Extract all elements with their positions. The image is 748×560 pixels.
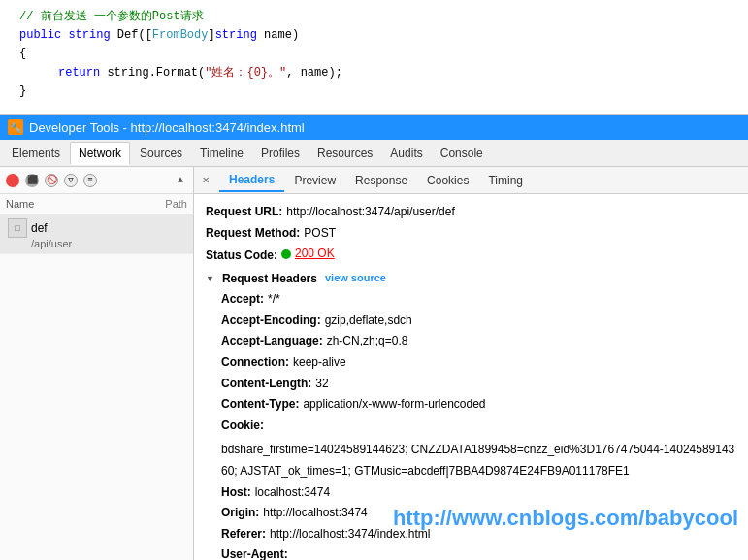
header-ua-label: User-Agent:	[221, 544, 288, 560]
title-bar: 🔧 Developer Tools - http://localhost:347…	[0, 115, 748, 140]
header-accept-encoding-label: Accept-Encoding:	[221, 311, 321, 332]
header-ctype-label: Content-Type:	[221, 394, 299, 415]
sub-tab-cookies[interactable]: Cookies	[417, 170, 478, 191]
header-host-label: Host:	[221, 482, 251, 504]
content-panel: ✕ Headers Preview Response Cookies Timin…	[194, 167, 748, 560]
clear-button[interactable]: 🚫	[45, 174, 58, 187]
header-cookie: Cookie: bdshare_firstime=14024589144623;…	[221, 415, 736, 482]
record-button[interactable]	[6, 174, 19, 187]
header-accept: Accept: */*	[221, 289, 736, 311]
header-content-length: Content-Length: 32	[221, 374, 736, 395]
sub-tab-bar: ✕ Headers Preview Response Cookies Timin…	[194, 167, 748, 194]
code-brace-close: }	[19, 82, 729, 101]
code-rest: ]	[208, 28, 214, 42]
header-host-value: localhost:3474	[255, 482, 330, 504]
list-button[interactable]: ≡	[83, 174, 97, 187]
header-referer-value: http://localhost:3474/index.html	[270, 524, 430, 545]
header-conn-label: Connection:	[221, 352, 289, 374]
tab-sources[interactable]: Sources	[132, 143, 190, 164]
sub-tab-headers[interactable]: Headers	[219, 169, 284, 192]
url-label: Request URL:	[206, 202, 282, 223]
url-row: Request URL: http://localhost:3474/api/u…	[206, 202, 736, 223]
header-accept-language: Accept-Language: zh-CN,zh;q=0.8	[221, 331, 736, 352]
sidebar-item-def[interactable]: □ def /api/user	[0, 214, 193, 254]
main-tab-bar: Elements Network Sources Timeline Profil…	[0, 140, 748, 167]
sidebar-name-header: Name	[6, 198, 165, 210]
header-cookie-label: Cookie:	[221, 415, 264, 437]
tab-resources[interactable]: Resources	[309, 143, 380, 164]
request-details: Request URL: http://localhost:3474/api/u…	[194, 194, 748, 560]
header-accept-label: Accept:	[221, 289, 264, 311]
stop-button[interactable]: ⬛	[25, 174, 39, 187]
request-headers-section: Request Headers view source	[206, 269, 736, 290]
sub-close-button[interactable]: ✕	[198, 173, 213, 188]
header-clen-value: 32	[315, 374, 328, 395]
tab-console[interactable]: Console	[433, 143, 491, 164]
up-arrow-button[interactable]: ▲	[174, 174, 187, 187]
keyword-string2: string	[215, 28, 264, 42]
header-clen-label: Content-Length:	[221, 374, 311, 395]
devtools-icon: 🔧	[8, 119, 23, 135]
code-comment: // 前台发送 一个参数的Post请求	[19, 8, 729, 26]
header-accept-encoding: Accept-Encoding: gzip,deflate,sdch	[221, 311, 736, 332]
code-area: // 前台发送 一个参数的Post请求 public string Def([F…	[0, 0, 748, 115]
file-icon: □	[8, 218, 27, 238]
tab-timeline[interactable]: Timeline	[192, 143, 251, 164]
header-accept-value: */*	[268, 289, 280, 311]
tab-profiles[interactable]: Profiles	[253, 143, 308, 164]
header-user-agent: User-Agent: Mozilla/5.0 (Windows NT 6.3;…	[221, 544, 736, 560]
title-bar-text: Developer Tools - http://localhost:3474/…	[29, 120, 305, 135]
header-origin-value: http://localhost:3474	[263, 503, 367, 524]
sidebar-toolbar: ⬛ 🚫 ▽ ≡ ▲	[0, 167, 193, 194]
tab-audits[interactable]: Audits	[382, 143, 430, 164]
header-connection: Connection: keep-alive	[221, 352, 736, 374]
code-frombody: FromBody	[152, 28, 209, 42]
header-origin: Origin: http://localhost:3474	[221, 503, 736, 524]
header-origin-label: Origin:	[221, 503, 259, 524]
sub-tab-response[interactable]: Response	[345, 170, 417, 191]
header-ctype-value: application/x-www-form-urlencoded	[303, 394, 485, 415]
tab-network[interactable]: Network	[70, 142, 130, 165]
status-indicator	[281, 249, 291, 259]
header-host: Host: localhost:3474	[221, 482, 736, 504]
status-row: Status Code: 200 OK	[206, 244, 736, 266]
code-param: name)	[264, 28, 299, 42]
code-format: string.Format(	[107, 66, 205, 80]
main-panel: ⬛ 🚫 ▽ ≡ ▲ Name Path □ def /api/user ✕ He…	[0, 167, 748, 560]
header-referer-label: Referer:	[221, 524, 266, 545]
code-return-line: return string.Format("姓名：{0}。", name);	[19, 64, 729, 82]
header-content-type: Content-Type: application/x-www-form-url…	[221, 394, 736, 415]
network-sidebar: ⬛ 🚫 ▽ ≡ ▲ Name Path □ def /api/user	[0, 167, 194, 560]
header-accept-lang-value: zh-CN,zh;q=0.8	[327, 331, 408, 352]
header-conn-value: keep-alive	[293, 352, 346, 374]
code-format-end: , name);	[286, 66, 342, 80]
code-brace-open: {	[19, 45, 729, 63]
header-accept-lang-label: Accept-Language:	[221, 331, 323, 352]
keyword-string: string	[68, 28, 116, 42]
sidebar-item-name: def	[31, 221, 48, 235]
req-headers-label: Request Headers	[222, 269, 317, 290]
code-format-string: "姓名：{0}。"	[205, 66, 286, 80]
sidebar-item-path: /api/user	[8, 238, 185, 249]
code-line2: public string Def([FromBody]string name)	[19, 26, 729, 45]
header-accept-encoding-value: gzip,deflate,sdch	[325, 311, 412, 332]
url-value: http://localhost:3474/api/user/def	[286, 202, 454, 223]
code-defname: Def([	[117, 28, 152, 42]
method-value: POST	[304, 223, 336, 245]
tab-elements[interactable]: Elements	[4, 143, 68, 164]
status-value: 200 OK	[295, 244, 335, 265]
header-referer: Referer: http://localhost:3474/index.htm…	[221, 524, 736, 545]
sub-tab-timing[interactable]: Timing	[478, 170, 533, 191]
method-row: Request Method: POST	[206, 223, 736, 245]
filter-button[interactable]: ▽	[64, 174, 78, 187]
status-label: Status Code:	[206, 246, 277, 267]
keyword-return: return	[58, 66, 107, 80]
sub-tab-preview[interactable]: Preview	[284, 170, 345, 191]
headers-list: Accept: */* Accept-Encoding: gzip,deflat…	[206, 289, 736, 560]
method-label: Request Method:	[206, 223, 300, 245]
keyword-public: public	[19, 28, 68, 42]
header-cookie-value: bdshare_firstime=14024589144623; CNZZDAT…	[221, 440, 736, 481]
sidebar-header: Name Path	[0, 194, 193, 214]
view-source-link[interactable]: view source	[325, 269, 386, 288]
sidebar-path-header: Path	[165, 198, 187, 210]
